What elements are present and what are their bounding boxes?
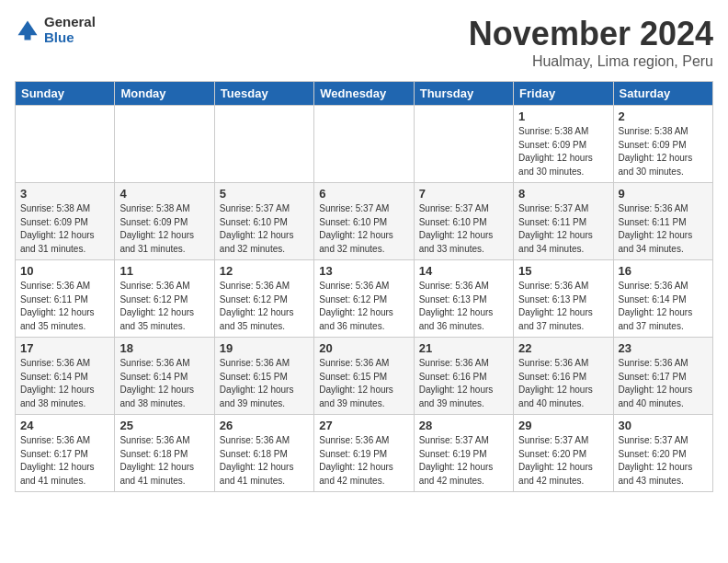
day-number: 17 <box>20 341 109 355</box>
day-number: 6 <box>319 187 408 201</box>
calendar-cell: 19Sunrise: 5:36 AM Sunset: 6:15 PM Dayli… <box>214 338 313 415</box>
calendar-cell: 16Sunrise: 5:36 AM Sunset: 6:14 PM Dayli… <box>613 260 712 338</box>
day-info: Sunrise: 5:37 AM Sunset: 6:20 PM Dayligh… <box>619 434 708 488</box>
day-info: Sunrise: 5:36 AM Sunset: 6:18 PM Dayligh… <box>119 434 209 488</box>
day-info: Sunrise: 5:36 AM Sunset: 6:14 PM Dayligh… <box>20 357 109 410</box>
logo-text: General Blue <box>44 15 96 45</box>
day-number: 7 <box>419 187 508 201</box>
calendar-cell: 8Sunrise: 5:37 AM Sunset: 6:11 PM Daylig… <box>514 183 613 260</box>
page-header: General Blue November 2024 Hualmay, Lima… <box>15 15 713 70</box>
weekday-header-tuesday: Tuesday <box>214 82 313 106</box>
day-info: Sunrise: 5:37 AM Sunset: 6:20 PM Dayligh… <box>518 434 608 488</box>
calendar-cell: 10Sunrise: 5:36 AM Sunset: 6:11 PM Dayli… <box>16 260 115 338</box>
day-info: Sunrise: 5:36 AM Sunset: 6:15 PM Dayligh… <box>319 357 408 410</box>
day-info: Sunrise: 5:37 AM Sunset: 6:11 PM Dayligh… <box>518 202 608 256</box>
calendar-cell: 1Sunrise: 5:38 AM Sunset: 6:09 PM Daylig… <box>514 106 613 183</box>
day-number: 13 <box>319 264 408 278</box>
day-info: Sunrise: 5:36 AM Sunset: 6:12 PM Dayligh… <box>319 280 408 333</box>
day-number: 12 <box>220 264 309 278</box>
calendar-cell: 28Sunrise: 5:37 AM Sunset: 6:19 PM Dayli… <box>414 415 513 492</box>
day-number: 22 <box>518 341 608 355</box>
day-number: 15 <box>518 264 608 278</box>
day-info: Sunrise: 5:36 AM Sunset: 6:14 PM Dayligh… <box>619 280 708 333</box>
calendar-week-row: 1Sunrise: 5:38 AM Sunset: 6:09 PM Daylig… <box>16 106 713 183</box>
day-info: Sunrise: 5:38 AM Sunset: 6:09 PM Dayligh… <box>619 125 708 178</box>
calendar-cell <box>115 106 214 183</box>
weekday-header-friday: Friday <box>514 82 613 106</box>
day-number: 2 <box>619 109 708 123</box>
calendar-week-row: 17Sunrise: 5:36 AM Sunset: 6:14 PM Dayli… <box>16 338 713 415</box>
day-number: 25 <box>119 419 209 432</box>
day-number: 27 <box>319 419 408 432</box>
day-info: Sunrise: 5:36 AM Sunset: 6:11 PM Dayligh… <box>619 202 708 256</box>
day-number: 28 <box>419 419 508 432</box>
title-section: November 2024 Hualmay, Lima region, Peru <box>469 15 713 70</box>
calendar-cell <box>214 106 313 183</box>
day-info: Sunrise: 5:36 AM Sunset: 6:13 PM Dayligh… <box>419 280 508 333</box>
day-info: Sunrise: 5:37 AM Sunset: 6:10 PM Dayligh… <box>220 202 309 256</box>
day-number: 14 <box>419 264 508 278</box>
day-number: 10 <box>20 264 109 278</box>
day-number: 30 <box>619 419 708 432</box>
day-number: 21 <box>419 341 508 355</box>
calendar-cell: 22Sunrise: 5:36 AM Sunset: 6:16 PM Dayli… <box>514 338 613 415</box>
day-number: 24 <box>20 419 109 432</box>
day-info: Sunrise: 5:37 AM Sunset: 6:19 PM Dayligh… <box>419 434 508 488</box>
day-number: 16 <box>619 264 708 278</box>
day-number: 1 <box>518 109 608 123</box>
day-info: Sunrise: 5:36 AM Sunset: 6:12 PM Dayligh… <box>220 280 309 333</box>
calendar-cell: 24Sunrise: 5:36 AM Sunset: 6:17 PM Dayli… <box>16 415 115 492</box>
logo-blue-text: Blue <box>44 30 96 46</box>
day-info: Sunrise: 5:38 AM Sunset: 6:09 PM Dayligh… <box>119 202 209 256</box>
calendar-cell: 30Sunrise: 5:37 AM Sunset: 6:20 PM Dayli… <box>613 415 712 492</box>
calendar-cell: 9Sunrise: 5:36 AM Sunset: 6:11 PM Daylig… <box>613 183 712 260</box>
weekday-header-row: SundayMondayTuesdayWednesdayThursdayFrid… <box>16 82 713 106</box>
day-info: Sunrise: 5:36 AM Sunset: 6:11 PM Dayligh… <box>20 280 109 333</box>
day-number: 29 <box>518 419 608 432</box>
calendar-cell: 7Sunrise: 5:37 AM Sunset: 6:10 PM Daylig… <box>414 183 513 260</box>
weekday-header-monday: Monday <box>115 82 214 106</box>
day-info: Sunrise: 5:36 AM Sunset: 6:14 PM Dayligh… <box>119 357 209 410</box>
day-info: Sunrise: 5:37 AM Sunset: 6:10 PM Dayligh… <box>419 202 508 256</box>
calendar-cell: 27Sunrise: 5:36 AM Sunset: 6:19 PM Dayli… <box>314 415 414 492</box>
calendar-cell: 11Sunrise: 5:36 AM Sunset: 6:12 PM Dayli… <box>115 260 214 338</box>
calendar-cell <box>314 106 414 183</box>
calendar-cell: 5Sunrise: 5:37 AM Sunset: 6:10 PM Daylig… <box>214 183 313 260</box>
calendar-cell: 25Sunrise: 5:36 AM Sunset: 6:18 PM Dayli… <box>115 415 214 492</box>
day-number: 23 <box>619 341 708 355</box>
day-info: Sunrise: 5:38 AM Sunset: 6:09 PM Dayligh… <box>20 202 109 256</box>
logo-icon <box>15 17 40 43</box>
calendar-cell <box>414 106 513 183</box>
calendar-cell: 2Sunrise: 5:38 AM Sunset: 6:09 PM Daylig… <box>613 106 712 183</box>
calendar-cell: 26Sunrise: 5:36 AM Sunset: 6:18 PM Dayli… <box>214 415 313 492</box>
day-info: Sunrise: 5:36 AM Sunset: 6:12 PM Dayligh… <box>119 280 209 333</box>
day-info: Sunrise: 5:37 AM Sunset: 6:10 PM Dayligh… <box>319 202 408 256</box>
day-number: 18 <box>119 341 209 355</box>
day-number: 8 <box>518 187 608 201</box>
day-info: Sunrise: 5:36 AM Sunset: 6:19 PM Dayligh… <box>319 434 408 488</box>
day-info: Sunrise: 5:36 AM Sunset: 6:16 PM Dayligh… <box>518 357 608 410</box>
day-number: 9 <box>619 187 708 201</box>
day-info: Sunrise: 5:38 AM Sunset: 6:09 PM Dayligh… <box>518 125 608 178</box>
day-number: 3 <box>20 187 109 201</box>
calendar-cell: 6Sunrise: 5:37 AM Sunset: 6:10 PM Daylig… <box>314 183 414 260</box>
day-number: 4 <box>119 187 209 201</box>
calendar-cell: 4Sunrise: 5:38 AM Sunset: 6:09 PM Daylig… <box>115 183 214 260</box>
day-number: 5 <box>220 187 309 201</box>
calendar-cell: 18Sunrise: 5:36 AM Sunset: 6:14 PM Dayli… <box>115 338 214 415</box>
location-subtitle: Hualmay, Lima region, Peru <box>469 53 713 70</box>
logo: General Blue <box>15 15 96 45</box>
day-info: Sunrise: 5:36 AM Sunset: 6:18 PM Dayligh… <box>220 434 309 488</box>
calendar-week-row: 24Sunrise: 5:36 AM Sunset: 6:17 PM Dayli… <box>16 415 713 492</box>
day-info: Sunrise: 5:36 AM Sunset: 6:15 PM Dayligh… <box>220 357 309 410</box>
logo-general-text: General <box>44 15 96 30</box>
calendar-week-row: 3Sunrise: 5:38 AM Sunset: 6:09 PM Daylig… <box>16 183 713 260</box>
month-title: November 2024 <box>469 15 713 53</box>
day-number: 11 <box>119 264 209 278</box>
weekday-header-saturday: Saturday <box>613 82 712 106</box>
calendar-table: SundayMondayTuesdayWednesdayThursdayFrid… <box>15 81 713 492</box>
day-info: Sunrise: 5:36 AM Sunset: 6:17 PM Dayligh… <box>619 357 708 410</box>
calendar-cell: 21Sunrise: 5:36 AM Sunset: 6:16 PM Dayli… <box>414 338 513 415</box>
day-number: 26 <box>220 419 309 432</box>
weekday-header-sunday: Sunday <box>16 82 115 106</box>
